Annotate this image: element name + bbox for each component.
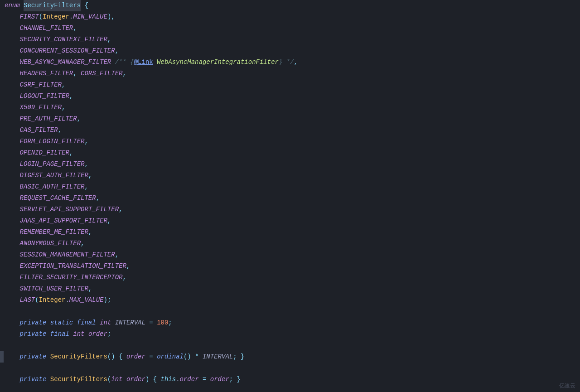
- code-token: [5, 329, 20, 340]
- code-token: [191, 351, 195, 363]
- code-line: FILTER_SECURITY_INTERCEPTOR,: [0, 272, 580, 283]
- code-token: [157, 374, 160, 385]
- code-token: [153, 57, 157, 68]
- code-token: [233, 374, 237, 385]
- code-line: WEB_ASYNC_MANAGER_FILTER /** {@Link WebA…: [0, 57, 580, 68]
- code-line: enum SecurityFilters {: [0, 0, 580, 11]
- code-token: [153, 351, 157, 363]
- code-token: enum: [5, 0, 20, 11]
- code-line: CHANNEL_FILTER,: [0, 23, 580, 34]
- code-token: [73, 317, 77, 329]
- code-line: PRE_AUTH_FILTER,: [0, 113, 580, 125]
- code-token: ,: [107, 34, 111, 45]
- code-line: private final int order;: [0, 329, 580, 340]
- code-token: [5, 102, 20, 113]
- code-token: =: [149, 317, 153, 329]
- code-token: ordinal: [157, 351, 184, 363]
- code-token: }: [237, 374, 241, 385]
- code-token: MIN_VALUE: [73, 11, 107, 23]
- code-token: [69, 329, 73, 340]
- code-line: CONCURRENT_SESSION_FILTER,: [0, 45, 580, 57]
- code-token: LOGOUT_FILTER: [20, 91, 69, 102]
- code-token: ,: [122, 68, 126, 79]
- code-token: ,: [69, 147, 73, 159]
- code-token: [5, 57, 20, 68]
- code-token: .: [65, 295, 69, 306]
- code-token: ;: [107, 329, 111, 340]
- code-line: EXCEPTION_TRANSLATION_FILTER,: [0, 261, 580, 272]
- code-line: FORM_LOGIN_FILTER,: [0, 136, 580, 147]
- code-token: [5, 170, 20, 181]
- code-token: [5, 295, 20, 306]
- code-token: DIGEST_AUTH_FILTER: [20, 170, 88, 181]
- code-line: ANONYMOUS_FILTER,: [0, 238, 580, 249]
- code-token: private: [20, 329, 47, 340]
- code-token: LOGIN_PAGE_FILTER: [20, 159, 85, 170]
- code-token: ;: [107, 295, 111, 306]
- code-content: enum SecurityFilters { FIRST(Integer.MIN…: [0, 0, 580, 385]
- code-line: [0, 363, 580, 374]
- code-token: [46, 317, 50, 329]
- code-token: BASIC_AUTH_FILTER: [20, 181, 85, 193]
- code-token: [5, 374, 20, 385]
- code-token: [199, 351, 203, 363]
- code-token: [5, 68, 20, 79]
- code-token: EXCEPTION_TRANSLATION_FILTER: [20, 261, 126, 272]
- code-token: ,: [58, 125, 62, 136]
- code-token: =: [203, 374, 206, 385]
- code-token: SESSION_MANAGEMENT_FILTER: [20, 249, 115, 261]
- code-token: final: [77, 317, 96, 329]
- code-token: SECURITY_CONTEXT_FILTER: [20, 34, 107, 45]
- code-token: [5, 159, 20, 170]
- code-token: /** {: [115, 57, 134, 68]
- code-token: CORS_FILTER: [81, 68, 122, 79]
- code-token: ,: [126, 261, 130, 272]
- code-token: WebAsyncManagerIntegrationFilter: [157, 57, 279, 68]
- code-token: CONCURRENT_SESSION_FILTER: [20, 45, 115, 57]
- code-token: private: [20, 351, 47, 363]
- code-token: @Link: [134, 57, 153, 68]
- code-token: [5, 227, 20, 238]
- code-token: PRE_AUTH_FILTER: [20, 113, 77, 125]
- code-token: [77, 68, 81, 79]
- code-token: {: [153, 374, 157, 385]
- code-line: SERVLET_API_SUPPORT_FILTER,: [0, 204, 580, 215]
- code-token: static: [50, 317, 73, 329]
- code-token: REMEMBER_ME_FILTER: [20, 227, 88, 238]
- code-token: [122, 351, 126, 363]
- code-line: [0, 306, 580, 317]
- code-line: FIRST(Integer.MIN_VALUE),: [0, 11, 580, 23]
- code-token: ,: [294, 57, 298, 68]
- code-token: [206, 374, 210, 385]
- code-token: [5, 272, 20, 283]
- code-token: ,: [69, 91, 73, 102]
- code-token: *: [195, 351, 198, 363]
- code-line: LOGIN_PAGE_FILTER,: [0, 159, 580, 170]
- code-token: (: [107, 374, 111, 385]
- code-token: {: [84, 0, 88, 11]
- code-token: [5, 79, 20, 91]
- code-token: [46, 374, 50, 385]
- code-token: X509_FILTER: [20, 102, 62, 113]
- code-token: ): [107, 11, 111, 23]
- code-line: private SecurityFilters() { order = ordi…: [0, 351, 580, 363]
- code-token: ,: [115, 249, 119, 261]
- code-token: } */: [279, 57, 294, 68]
- code-token: (: [35, 295, 39, 306]
- code-token: int: [73, 329, 84, 340]
- code-token: INTERVAL: [115, 317, 145, 329]
- code-token: order: [180, 374, 199, 385]
- code-token: ,: [73, 23, 77, 34]
- code-token: HEADERS_FILTER: [20, 68, 73, 79]
- code-token: Integer: [39, 295, 66, 306]
- code-line: private static final int INTERVAL = 100;: [0, 317, 580, 329]
- code-token: FILTER_SECURITY_INTERCEPTOR: [20, 272, 123, 283]
- code-token: [145, 317, 149, 329]
- code-token: CSRF_FILTER: [20, 79, 62, 91]
- code-token: [5, 113, 20, 125]
- code-token: FIRST: [20, 11, 39, 23]
- code-token: private: [20, 374, 47, 385]
- code-token: final: [50, 329, 69, 340]
- code-token: ,: [73, 68, 77, 79]
- code-token: ): [103, 295, 107, 306]
